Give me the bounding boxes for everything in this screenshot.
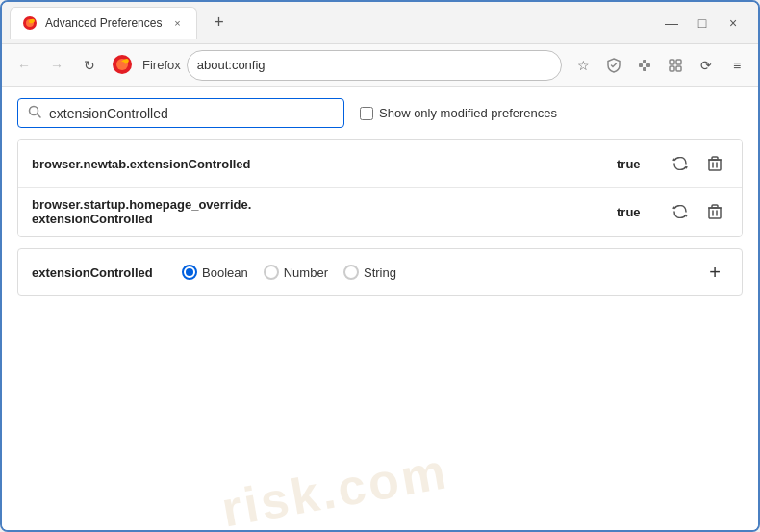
new-preference-row: extensionControlled Boolean Number Strin…	[17, 248, 743, 296]
toolbar-icons: ☆	[570, 52, 750, 79]
address-bar[interactable]: about:config	[187, 50, 562, 81]
tab-close-button[interactable]: ×	[169, 15, 185, 31]
pref-actions-2	[667, 198, 728, 225]
reset-button-2[interactable]	[667, 198, 694, 225]
menu-button[interactable]: ≡	[723, 52, 750, 79]
preferences-table: browser.newtab.extensionControlled true	[17, 139, 743, 237]
radio-number-input[interactable]	[264, 265, 279, 280]
active-tab[interactable]: Advanced Preferences ×	[10, 7, 197, 39]
delete-button-1[interactable]	[701, 150, 728, 177]
search-icon	[28, 105, 41, 121]
pref-name-2: browser.startup.homepage_override. exten…	[32, 197, 617, 226]
svg-rect-12	[676, 60, 681, 64]
container-button[interactable]	[662, 52, 689, 79]
radio-boolean-label: Boolean	[202, 266, 248, 280]
radio-string-input[interactable]	[343, 265, 359, 280]
svg-rect-14	[676, 66, 681, 71]
pref-actions-1	[667, 150, 728, 177]
svg-rect-9	[646, 63, 650, 67]
window-controls: — □ ×	[662, 13, 750, 33]
svg-rect-11	[670, 60, 674, 64]
browser-window: Advanced Preferences × + — □ × ← → ↻ Fir…	[0, 0, 760, 532]
svg-rect-7	[639, 63, 643, 67]
svg-line-16	[38, 114, 41, 118]
reset-button-1[interactable]	[667, 150, 694, 177]
table-row: browser.newtab.extensionControlled true	[18, 140, 742, 188]
sync-button[interactable]: ⟳	[693, 52, 720, 79]
search-input-wrapper	[17, 98, 344, 128]
radio-string[interactable]: String	[343, 265, 396, 280]
navigation-toolbar: ← → ↻ Firefox about:config ☆	[2, 44, 758, 87]
browser-name-label: Firefox	[142, 58, 181, 72]
show-modified-checkbox[interactable]	[360, 107, 373, 120]
new-pref-name: extensionControlled	[32, 266, 166, 280]
type-radio-group: Boolean Number String	[182, 265, 686, 280]
svg-rect-19	[712, 157, 718, 160]
svg-rect-8	[643, 60, 646, 63]
pref-value-2: true	[617, 205, 655, 219]
title-bar: Advanced Preferences × + — □ ×	[2, 2, 758, 44]
svg-point-6	[119, 62, 125, 67]
pref-name-1: browser.newtab.extensionControlled	[32, 157, 617, 171]
extension-button[interactable]	[631, 52, 658, 79]
svg-rect-17	[709, 160, 721, 170]
new-tab-button[interactable]: +	[205, 10, 232, 37]
forward-button[interactable]: →	[42, 51, 71, 80]
shield-button[interactable]	[600, 52, 627, 79]
address-text: about:config	[197, 58, 266, 72]
add-preference-button[interactable]: +	[701, 259, 728, 286]
page-content: Show only modified preferences browser.n…	[2, 87, 758, 530]
back-button[interactable]: ←	[10, 51, 38, 80]
svg-rect-24	[712, 205, 718, 208]
radio-number[interactable]: Number	[264, 265, 328, 280]
radio-boolean[interactable]: Boolean	[182, 265, 248, 280]
maximize-button[interactable]: □	[693, 13, 712, 33]
show-modified-label: Show only modified preferences	[379, 106, 557, 120]
delete-button-2[interactable]	[701, 198, 728, 225]
tab-favicon	[22, 15, 38, 31]
radio-boolean-input[interactable]	[182, 265, 197, 280]
close-button[interactable]: ×	[723, 13, 743, 33]
firefox-icon	[112, 54, 135, 77]
radio-number-label: Number	[284, 266, 328, 280]
watermark: risk.com	[217, 426, 543, 530]
search-input[interactable]	[49, 106, 334, 121]
search-bar: Show only modified preferences	[17, 98, 743, 128]
radio-string-label: String	[364, 266, 396, 280]
svg-rect-22	[709, 208, 721, 218]
minimize-button[interactable]: —	[662, 13, 681, 33]
pref-value-1: true	[617, 157, 655, 171]
tab-title: Advanced Preferences	[45, 16, 162, 30]
reload-button[interactable]: ↻	[75, 51, 104, 80]
show-modified-checkbox-label[interactable]: Show only modified preferences	[360, 106, 557, 120]
table-row: browser.startup.homepage_override. exten…	[18, 188, 742, 236]
svg-rect-13	[670, 66, 674, 71]
bookmark-button[interactable]: ☆	[570, 52, 596, 79]
svg-rect-10	[643, 67, 646, 71]
